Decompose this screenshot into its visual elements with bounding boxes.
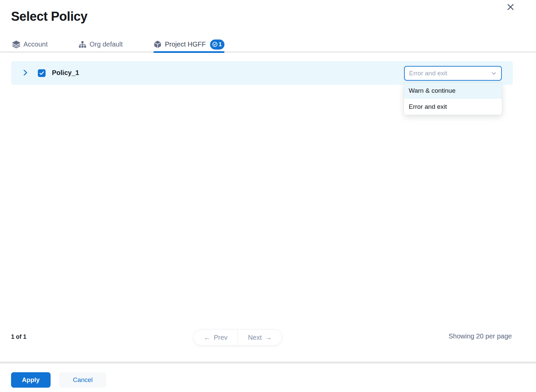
- cancel-button[interactable]: Cancel: [59, 372, 106, 388]
- org-chart-icon: [78, 41, 86, 49]
- checkmark-icon: [39, 70, 45, 76]
- close-button[interactable]: [505, 2, 516, 13]
- policy-action-value: Error and exit: [409, 70, 447, 77]
- tab-project-hgff[interactable]: Project HGFF 1: [153, 37, 224, 51]
- footer-divider: [0, 362, 536, 364]
- tab-label: Project HGFF: [165, 41, 206, 48]
- policy-action-select[interactable]: Error and exit: [404, 66, 502, 81]
- arrow-left-icon: ←: [204, 334, 210, 341]
- select-policy-modal: Select Policy Account: [0, 0, 536, 392]
- policy-name: Policy_1: [52, 69, 79, 77]
- tab-org-default[interactable]: Org default: [78, 37, 123, 51]
- apply-button[interactable]: Apply: [11, 372, 51, 388]
- page-indicator: 1 of 1: [11, 333, 26, 340]
- check-circle-icon: [212, 42, 218, 47]
- badge-count: 1: [218, 41, 221, 48]
- arrow-right-icon: →: [265, 334, 272, 341]
- chevron-right-icon: [21, 69, 29, 78]
- next-button[interactable]: Next →: [238, 330, 282, 345]
- tab-account[interactable]: Account: [12, 37, 48, 51]
- selected-count-badge: 1: [210, 40, 224, 50]
- cube-icon: [153, 40, 162, 49]
- pager: ← Prev Next →: [193, 329, 282, 345]
- close-icon: [506, 3, 515, 12]
- tab-bar: Account Org default: [0, 37, 536, 53]
- tab-label: Account: [23, 41, 48, 48]
- prev-label: Prev: [214, 334, 227, 341]
- layers-icon: [12, 40, 20, 49]
- page-title: Select Policy: [11, 9, 87, 24]
- per-page-info: Showing 20 per page: [449, 332, 512, 340]
- dropdown-option-error-exit[interactable]: Error and exit: [404, 99, 502, 115]
- prev-button[interactable]: ← Prev: [194, 330, 238, 345]
- tab-label: Org default: [89, 41, 123, 48]
- chevron-down-icon: [490, 70, 497, 77]
- dropdown-option-warn-continue[interactable]: Warn & continue: [404, 83, 502, 99]
- next-label: Next: [248, 334, 262, 341]
- policy-checkbox[interactable]: [38, 69, 46, 77]
- expand-row-button[interactable]: [20, 68, 30, 78]
- policy-action-dropdown-menu: Warn & continue Error and exit: [404, 83, 502, 115]
